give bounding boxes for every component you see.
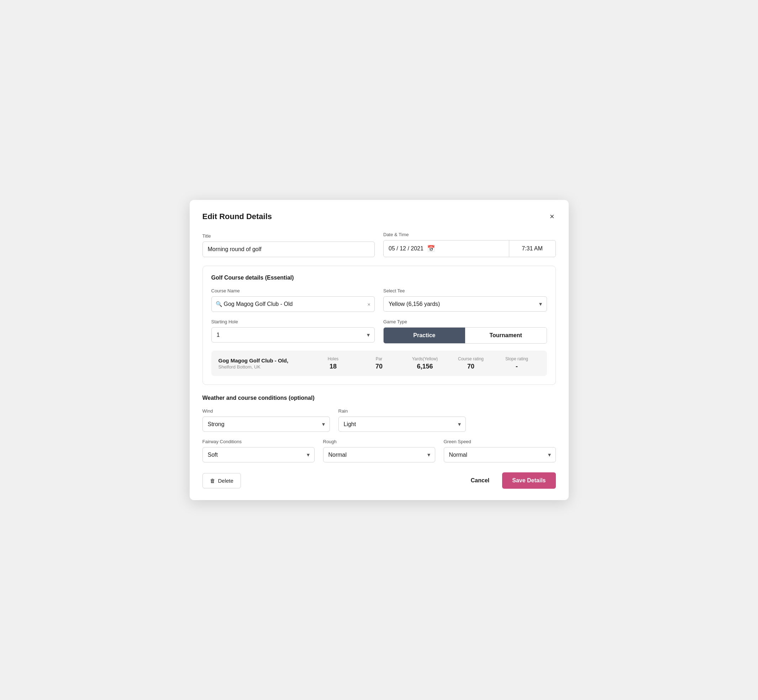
title-datetime-row: Title Date & Time 05 / 12 / 2021 📅 7:31 … <box>202 232 556 257</box>
green-speed-select-wrap: SlowNormal FastVery Fast ▾ <box>444 447 556 462</box>
modal-title: Edit Round Details <box>202 212 272 221</box>
yards-stat-value: 6,156 <box>402 363 448 370</box>
par-stat: Par 70 <box>356 356 402 370</box>
starting-hole-label: Starting Hole <box>211 319 375 324</box>
course-info-row: Gog Magog Golf Club - Old, Shelford Bott… <box>211 351 547 376</box>
golf-course-section: Golf Course details (Essential) Course N… <box>202 266 556 385</box>
edit-round-modal: Edit Round Details × Title Date & Time 0… <box>190 200 568 500</box>
calendar-icon: 📅 <box>427 245 435 253</box>
title-label: Title <box>202 233 375 239</box>
wind-label: Wind <box>202 408 330 414</box>
rough-select-wrap: ShortNormalLong ▾ <box>323 447 435 462</box>
course-info-name: Gog Magog Golf Club - Old, Shelford Bott… <box>219 358 310 370</box>
green-speed-group: Green Speed SlowNormal FastVery Fast ▾ <box>444 439 556 462</box>
game-type-label: Game Type <box>383 319 547 324</box>
course-name-group: Course Name 🔍 × <box>211 288 375 312</box>
starting-hole-group: Starting Hole 1234 5678 910 ▾ <box>211 319 375 344</box>
search-icon: 🔍 <box>216 301 222 307</box>
select-tee-dropdown[interactable]: Yellow (6,156 yards) White (6,500 yards)… <box>383 296 547 312</box>
select-tee-label: Select Tee <box>383 288 547 294</box>
modal-footer: 🗑 Delete Cancel Save Details <box>202 472 556 489</box>
golf-course-section-title: Golf Course details (Essential) <box>211 275 547 281</box>
slope-rating-label: Slope rating <box>494 356 540 361</box>
fairway-dropdown[interactable]: DryNormal SoftVery Soft <box>202 447 315 462</box>
course-tee-row: Course Name 🔍 × Select Tee Yellow (6,156… <box>211 288 547 312</box>
wind-dropdown[interactable]: CalmLightModerate StrongVery Strong <box>202 417 330 432</box>
fairway-rough-green-row: Fairway Conditions DryNormal SoftVery So… <box>202 439 556 462</box>
game-type-group: Game Type Practice Tournament <box>383 319 547 344</box>
time-field[interactable]: 7:31 AM <box>509 241 556 257</box>
select-tee-group: Select Tee Yellow (6,156 yards) White (6… <box>383 288 547 312</box>
fairway-select-wrap: DryNormal SoftVery Soft ▾ <box>202 447 315 462</box>
date-field[interactable]: 05 / 12 / 2021 📅 <box>384 241 509 257</box>
modal-header: Edit Round Details × <box>202 211 556 222</box>
slope-rating-value: - <box>494 363 540 370</box>
starting-hole-wrap: 1234 5678 910 ▾ <box>211 327 375 342</box>
weather-section-title: Weather and course conditions (optional) <box>202 395 556 401</box>
rain-dropdown[interactable]: NoneLight ModerateHeavy <box>338 417 466 432</box>
fairway-label: Fairway Conditions <box>202 439 315 444</box>
select-tee-wrap: Yellow (6,156 yards) White (6,500 yards)… <box>383 296 547 312</box>
weather-section: Weather and course conditions (optional)… <box>202 395 556 462</box>
game-type-toggle: Practice Tournament <box>383 327 547 344</box>
time-value: 7:31 AM <box>522 245 543 252</box>
rough-label: Rough <box>323 439 435 444</box>
datetime-form-group: Date & Time 05 / 12 / 2021 📅 7:31 AM <box>383 232 556 257</box>
course-rating-value: 70 <box>448 363 494 370</box>
rain-group: Rain NoneLight ModerateHeavy ▾ <box>338 408 466 432</box>
close-button[interactable]: × <box>548 211 556 222</box>
course-name-label: Course Name <box>211 288 375 294</box>
title-input[interactable] <box>202 242 375 257</box>
rain-select-wrap: NoneLight ModerateHeavy ▾ <box>338 417 466 432</box>
date-value: 05 / 12 / 2021 <box>388 245 423 252</box>
holes-stat-value: 18 <box>310 363 356 370</box>
course-name-input[interactable] <box>211 296 375 312</box>
fairway-group: Fairway Conditions DryNormal SoftVery So… <box>202 439 315 462</box>
course-rating-stat: Course rating 70 <box>448 356 494 370</box>
wind-rain-row: Wind CalmLightModerate StrongVery Strong… <box>202 408 466 432</box>
clear-course-icon[interactable]: × <box>367 301 370 307</box>
slope-rating-stat: Slope rating - <box>494 356 540 370</box>
delete-label: Delete <box>218 478 233 484</box>
holes-stat: Holes 18 <box>310 356 356 370</box>
footer-right: Cancel Save Details <box>464 472 556 489</box>
starting-hole-dropdown[interactable]: 1234 5678 910 <box>211 327 375 342</box>
wind-group: Wind CalmLightModerate StrongVery Strong… <box>202 408 330 432</box>
trash-icon: 🗑 <box>210 478 215 484</box>
wind-select-wrap: CalmLightModerate StrongVery Strong ▾ <box>202 417 330 432</box>
datetime-row: 05 / 12 / 2021 📅 7:31 AM <box>383 240 556 257</box>
holes-stat-label: Holes <box>310 356 356 361</box>
yards-stat-label: Yards(Yellow) <box>402 356 448 361</box>
practice-button[interactable]: Practice <box>384 328 465 343</box>
rain-label: Rain <box>338 408 466 414</box>
yards-stat: Yards(Yellow) 6,156 <box>402 356 448 370</box>
delete-button[interactable]: 🗑 Delete <box>202 473 241 488</box>
save-button[interactable]: Save Details <box>502 472 556 489</box>
course-info-location: Shelford Bottom, UK <box>219 364 310 370</box>
par-stat-label: Par <box>356 356 402 361</box>
title-form-group: Title <box>202 233 375 257</box>
par-stat-value: 70 <box>356 363 402 370</box>
hole-gametype-row: Starting Hole 1234 5678 910 ▾ Game Type … <box>211 319 547 344</box>
cancel-button[interactable]: Cancel <box>464 473 496 488</box>
course-name-search-wrap: 🔍 × <box>211 296 375 312</box>
rough-group: Rough ShortNormalLong ▾ <box>323 439 435 462</box>
green-speed-label: Green Speed <box>444 439 556 444</box>
course-rating-label: Course rating <box>448 356 494 361</box>
green-speed-dropdown[interactable]: SlowNormal FastVery Fast <box>444 447 556 462</box>
rough-dropdown[interactable]: ShortNormalLong <box>323 447 435 462</box>
datetime-label: Date & Time <box>383 232 556 237</box>
tournament-button[interactable]: Tournament <box>465 328 547 343</box>
course-info-name-text: Gog Magog Golf Club - Old, <box>219 358 310 364</box>
